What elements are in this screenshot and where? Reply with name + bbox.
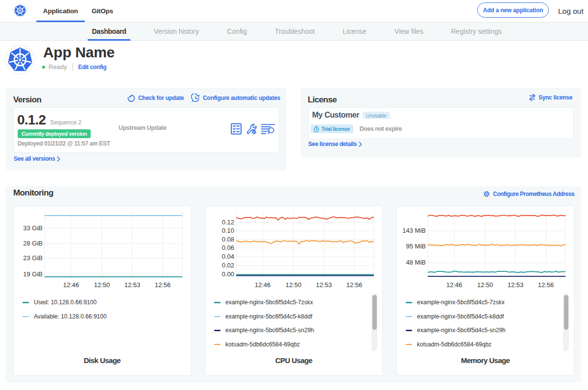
svg-text:19 GiB: 19 GiB — [23, 270, 43, 278]
svg-text:12:53: 12:53 — [316, 281, 332, 289]
svg-text:0.12: 0.12 — [222, 219, 234, 226]
svg-text:0.06: 0.06 — [222, 244, 234, 251]
svg-text:0.02: 0.02 — [222, 262, 234, 269]
svg-text:12:53: 12:53 — [124, 281, 141, 289]
svg-text:23 GiB: 23 GiB — [23, 254, 43, 262]
svg-text:48 MiB: 48 MiB — [406, 259, 426, 266]
svg-text:12:56: 12:56 — [346, 281, 363, 289]
svg-text:12:53: 12:53 — [508, 281, 524, 289]
svg-text:33 GiB: 33 GiB — [23, 224, 43, 232]
svg-text:95 MiB: 95 MiB — [406, 243, 426, 250]
svg-text:12:50: 12:50 — [477, 281, 493, 289]
svg-text:12:56: 12:56 — [538, 281, 554, 289]
svg-text:143 MiB: 143 MiB — [402, 227, 426, 234]
svg-text:28 GiB: 28 GiB — [23, 240, 43, 247]
svg-text:12:46: 12:46 — [446, 281, 463, 289]
svg-text:12:50: 12:50 — [286, 281, 302, 289]
svg-text:0.04: 0.04 — [222, 253, 234, 260]
svg-text:12:56: 12:56 — [155, 281, 171, 289]
svg-text:0.08: 0.08 — [222, 236, 234, 243]
svg-text:0.00: 0.00 — [222, 270, 234, 278]
svg-text:12:46: 12:46 — [255, 281, 271, 289]
svg-text:12:46: 12:46 — [63, 281, 79, 289]
svg-text:0.10: 0.10 — [222, 227, 234, 234]
svg-text:12:50: 12:50 — [94, 281, 110, 289]
